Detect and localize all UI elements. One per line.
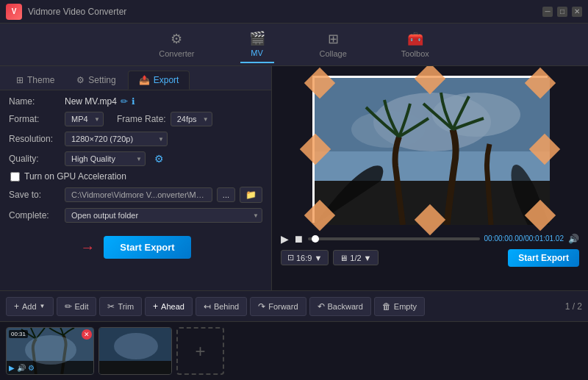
empty-btn[interactable]: 🗑 Empty [374, 297, 425, 316]
scrubber-handle[interactable] [312, 235, 319, 243]
window-controls: ─ □ ✕ [542, 7, 582, 17]
folder-btn[interactable]: 📁 [240, 187, 262, 203]
backward-btn[interactable]: ↶ Backward [309, 297, 371, 316]
aspect-chevron: ▼ [314, 254, 322, 262]
forward-label: Forward [268, 302, 298, 311]
bottom-toolbar: + Add ▼ ✏ Edit ✂ Trim + Ahead ↤ Behind ↷… [0, 290, 588, 321]
tab-mv[interactable]: 🎬 MV [240, 26, 274, 63]
name-value: New MV.mp4 ✏ ℹ [65, 96, 135, 107]
clip-count-chevron: ▼ [364, 254, 372, 262]
start-export-right-button[interactable]: Start Export [508, 249, 579, 267]
tab-converter-label: Converter [159, 49, 194, 58]
browse-btn[interactable]: ... [217, 187, 235, 202]
sub-tab-setting-label: Setting [88, 75, 115, 85]
clip1-icons: ▶ 🔊 ⚙ [9, 364, 35, 372]
gpu-checkbox[interactable] [10, 172, 20, 182]
sub-tab-export-label: Export [154, 75, 179, 85]
stop-button[interactable]: ⏹ [293, 233, 304, 245]
quality-gear-icon[interactable]: ⚙ [154, 153, 164, 165]
aspect-ratio-btn[interactable]: ⊡ 16:9 ▼ [281, 250, 329, 265]
name-label: Name: [9, 96, 60, 107]
export-form: Name: New MV.mp4 ✏ ℹ Format: MP4 [0, 90, 271, 265]
aspect-icon: ⊡ [287, 253, 294, 262]
quality-select-wrapper: High Quality [65, 151, 146, 166]
format-select[interactable]: MP4 [65, 112, 104, 126]
name-edit-icon[interactable]: ✏ [121, 96, 128, 107]
volume-icon[interactable]: 🔊 [568, 234, 579, 244]
framerate-select[interactable]: 24fps [171, 112, 212, 126]
app-title: Vidmore Video Converter [28, 7, 542, 17]
aspect-ratio-value: 16:9 [296, 254, 312, 262]
add-clip-btn[interactable]: + [176, 327, 224, 375]
clip1-audio-icon: 🔊 [17, 364, 26, 372]
sub-tab-export[interactable]: 📤 Export [128, 71, 190, 90]
resolution-label: Resolution: [9, 134, 60, 144]
sub-tabs: ⊞ Theme ⚙ Setting 📤 Export [0, 66, 271, 90]
svg-point-9 [25, 335, 76, 365]
empty-label: Empty [394, 302, 417, 311]
tab-toolbox[interactable]: 🧰 Toolbox [392, 26, 438, 62]
timeline: 00:31 ✕ ▶ 🔊 ⚙ + [0, 321, 588, 380]
sub-tab-theme[interactable]: ⊞ Theme [6, 71, 65, 90]
add-btn[interactable]: + Add ▼ [6, 297, 54, 316]
monitor-icon: 🖥 [340, 254, 348, 262]
forward-btn[interactable]: ↷ Forward [250, 297, 306, 316]
behind-label: Behind [214, 302, 239, 311]
ahead-icon: + [153, 301, 158, 312]
svg-rect-13 [99, 361, 172, 375]
collage-icon: ⊞ [328, 31, 339, 47]
tab-converter[interactable]: ⚙ Converter [150, 26, 203, 62]
close-btn[interactable]: ✕ [572, 7, 582, 17]
clip2-thumbnail [99, 328, 172, 375]
clip1-badge: 00:31 [9, 330, 28, 338]
resolution-select[interactable]: 1280×720 (720p) [65, 132, 168, 146]
page-count: 1 / 2 [565, 301, 582, 312]
timeline-clip-2[interactable] [98, 327, 172, 375]
tab-collage[interactable]: ⊞ Collage [311, 26, 356, 62]
theme-icon: ⊞ [16, 75, 24, 85]
preview-bottom-bar: ⊡ 16:9 ▼ 🖥 1/2 ▼ Start Export [272, 249, 588, 267]
name-row: Name: New MV.mp4 ✏ ℹ [9, 96, 262, 107]
format-row: Format: MP4 Frame Rate: 24fps [9, 112, 262, 126]
name-info-icon[interactable]: ℹ [132, 96, 135, 107]
sub-tab-theme-label: Theme [27, 75, 54, 85]
ahead-btn[interactable]: + Ahead [145, 297, 193, 316]
minimize-btn[interactable]: ─ [542, 7, 553, 17]
add-label: Add [22, 302, 37, 311]
tab-toolbox-label: Toolbox [401, 49, 429, 58]
edit-btn[interactable]: ✏ Edit [57, 297, 97, 316]
preview-tools: ⊡ 16:9 ▼ 🖥 1/2 ▼ [281, 250, 379, 265]
save-to-label: Save to: [9, 190, 60, 200]
clip1-close-btn[interactable]: ✕ [82, 329, 92, 340]
start-export-button[interactable]: Start Export [104, 236, 190, 259]
framerate-select-wrapper: 24fps [171, 112, 212, 126]
maximize-btn[interactable]: □ [557, 7, 567, 17]
behind-btn[interactable]: ↤ Behind [196, 297, 247, 316]
quality-label: Quality: [9, 154, 60, 164]
middle-area: ⊞ Theme ⚙ Setting 📤 Export Name: [0, 66, 588, 290]
clip-count-btn[interactable]: 🖥 1/2 ▼ [333, 250, 378, 265]
save-to-row: Save to: C:\Vidmore\Vidmore V...onverter… [9, 187, 262, 203]
resolution-select-wrapper: 1280×720 (720p) [65, 132, 168, 146]
setting-icon: ⚙ [76, 75, 85, 85]
clip1-settings-icon: ⚙ [28, 364, 35, 372]
forward-icon: ↷ [258, 301, 265, 312]
play-button[interactable]: ▶ [281, 233, 289, 245]
trim-btn[interactable]: ✂ Trim [99, 297, 142, 316]
timeline-clip-1[interactable]: 00:31 ✕ ▶ 🔊 ⚙ [6, 327, 94, 375]
gpu-label: Turn on GPU Acceleration [24, 171, 126, 182]
framerate-label: Frame Rate: [117, 114, 166, 124]
save-path: C:\Vidmore\Vidmore V...onverter\MV Expor… [65, 187, 212, 202]
complete-select[interactable]: Open output folder [65, 208, 262, 223]
mv-icon: 🎬 [249, 30, 265, 46]
start-export-area: → Start Export [9, 236, 262, 259]
quality-select[interactable]: High Quality [65, 151, 146, 166]
complete-row: Complete: Open output folder [9, 208, 262, 223]
toolbox-icon: 🧰 [407, 31, 423, 47]
format-select-wrapper: MP4 [65, 112, 104, 126]
add-clip-icon: + [195, 341, 205, 362]
time-scrubber[interactable] [308, 237, 480, 240]
left-panel: ⊞ Theme ⚙ Setting 📤 Export Name: [0, 66, 272, 290]
sub-tab-setting[interactable]: ⚙ Setting [66, 71, 126, 90]
title-bar: V Vidmore Video Converter ─ □ ✕ [0, 0, 588, 24]
